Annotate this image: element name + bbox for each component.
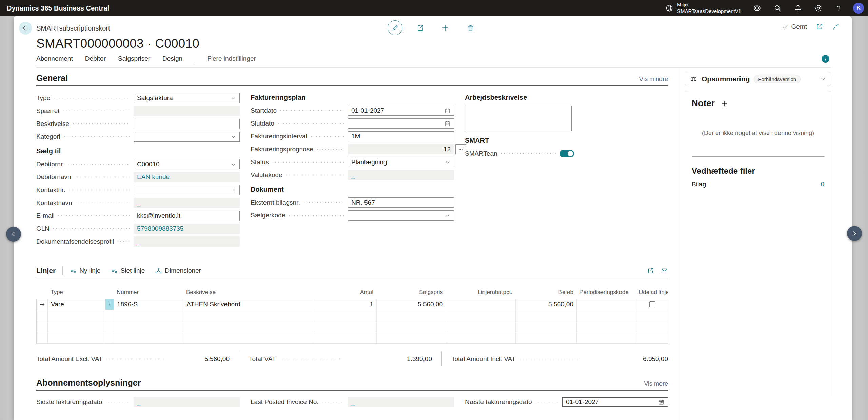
smartean-toggle[interactable] [560,150,574,157]
collapse-icon[interactable] [832,23,840,31]
col-header-periodiseringskode[interactable]: Periodiseringskode [576,288,636,297]
next-record-button[interactable] [847,226,862,241]
row-indicator [37,299,48,310]
last-posted-invoice-field: _ [348,397,454,407]
cell-beloeb[interactable]: 5.560,00 [516,299,577,310]
tab-salgspriser[interactable]: Salgspriser [118,55,150,62]
faktureringsinterval-input[interactable]: 1M [348,131,454,141]
notifications-button[interactable] [790,1,806,15]
cell-udelad-linje[interactable] [636,299,668,310]
tab-abonnement[interactable]: Abonnement [36,55,73,62]
chevron-down-icon[interactable] [820,76,826,82]
new-line-icon [70,267,77,274]
more-options[interactable]: Flere indstillinger [207,55,256,62]
field-kategori: Kategori [36,132,240,142]
saelgerkode-select[interactable] [348,210,454,221]
cell-antal[interactable]: 1 [314,299,377,310]
attachments-row: Bilag 0 [692,180,824,188]
cell-nummer[interactable]: 1896-S [114,299,183,310]
summary-title: Opsummering [702,75,750,83]
info-icon[interactable] [822,55,829,63]
gln-link[interactable]: 5798009883735 [134,224,240,234]
col-header-linjerabatpct[interactable]: Linjerabatpct. [446,288,515,297]
help-button[interactable] [831,1,846,15]
attachments-count[interactable]: 0 [821,180,824,188]
eksternt-bilagsnr-input[interactable]: NR. 567 [348,197,454,208]
naeste-faktureringsdato-input[interactable]: 01-01-2027 [562,397,668,407]
slutdato-input[interactable] [348,118,454,129]
delete-line-icon [111,267,118,274]
sidste-faktureringsdato-field: _ [134,397,240,407]
notes-title: Noter [692,98,715,109]
dimensions-icon [155,267,162,274]
delete-line-button[interactable]: Slet linje [111,267,145,274]
share-button[interactable] [413,20,428,35]
empty-cell[interactable] [48,321,105,332]
arbejdsbeskrivelse-textarea[interactable] [465,106,572,131]
search-button[interactable] [770,1,785,15]
empty-cell[interactable] [48,332,105,344]
cell-salgspris[interactable]: 5.560,00 [377,299,446,310]
edit-button[interactable] [388,20,402,35]
cell-beskrivelse[interactable]: ATHEN Skrivebord [183,299,314,310]
kategori-select[interactable] [134,132,240,142]
show-more-link[interactable]: Vis mere [644,380,668,387]
cell-type[interactable]: Vare [48,299,105,310]
copilot-button[interactable] [749,1,765,15]
show-less-link[interactable]: Vis mindre [639,76,668,83]
cell-linjerabatpct[interactable] [446,299,516,310]
back-button[interactable] [19,22,32,35]
open-in-new-window-icon[interactable] [816,23,823,31]
beskrivelse-input[interactable] [134,119,240,129]
globe-icon [665,4,674,13]
field-faktureringsprognose: Faktureringsprognose 12 [251,144,454,154]
col-header-beskrivelse[interactable]: Beskrivelse [183,288,314,297]
empty-cell[interactable] [48,310,105,321]
cell-context-menu[interactable] [105,299,114,310]
col-header-antal[interactable]: Antal [314,288,376,297]
delete-button[interactable] [463,20,478,35]
col-header-beloeb[interactable]: Beløb [515,288,576,297]
dokprofil-link[interactable]: _ [134,236,240,247]
tab-debitor[interactable]: Debitor [85,55,106,62]
type-select[interactable]: Salgsfaktura [134,93,240,103]
menu-divider [195,54,195,63]
avatar[interactable]: K [853,3,864,14]
environment-button[interactable]: Miljø: SMARTsaasDevelopmentV1 [662,0,745,16]
col-header-udelad-linje[interactable]: Udelad linje [636,288,668,297]
kontaktnr-input[interactable] [134,185,240,195]
settings-button[interactable] [810,1,826,15]
previous-record-button[interactable] [6,227,21,242]
calendar-icon[interactable] [658,399,665,405]
field-valutakode: Valutakode _ [251,170,454,180]
email-input[interactable]: kks@inventio.it [134,211,240,221]
debitornr-select[interactable]: C00010 [134,159,240,169]
new-line-button[interactable]: Ny linje [70,267,100,274]
new-button[interactable] [438,20,453,35]
udelad-linje-checkbox[interactable] [649,301,655,307]
field-sidste-faktureringsdato: Sidste faktureringsdato _ [36,397,240,407]
dimensions-button[interactable]: Dimensioner [155,267,201,274]
cell-periodiseringskode[interactable] [577,299,636,310]
col-header-nummer[interactable]: Nummer [114,288,183,297]
tab-design[interactable]: Design [162,55,182,62]
preview-badge: Forhåndsversion [754,75,801,83]
mail-icon[interactable] [661,267,668,274]
kontaktnavn-link[interactable]: _ [134,198,240,208]
bell-icon [794,4,802,13]
calendar-icon[interactable] [444,108,451,114]
share-lines-icon[interactable] [647,267,654,274]
status-select[interactable]: Planlægning [348,157,454,167]
col-header-type[interactable]: Type [47,288,105,297]
ellipsis-icon[interactable] [230,187,236,193]
section-general-title: General [36,73,68,83]
breadcrumb[interactable]: SMARTsubscriptionskort [36,24,110,32]
startdato-input[interactable]: 01-01-2027 [348,106,454,116]
summary-panel-header[interactable]: Opsummering Forhåndsversion [685,72,831,86]
valutakode-link[interactable]: _ [348,170,454,180]
calendar-icon[interactable] [444,120,451,127]
debitornavn-link[interactable]: EAN kunde [134,172,240,182]
col-header-salgspris[interactable]: Salgspris [376,288,446,297]
environment-name: SMARTsaasDevelopmentV1 [677,8,741,15]
add-note-button[interactable] [720,99,728,108]
